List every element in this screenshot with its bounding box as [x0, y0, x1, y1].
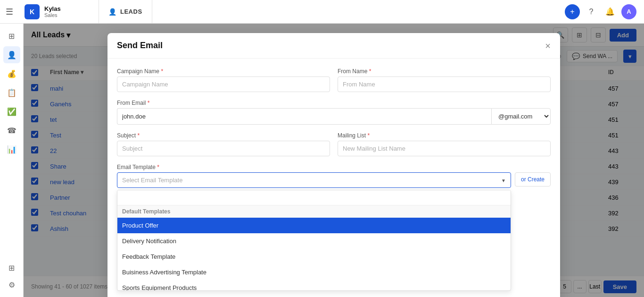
- mailing-list-input[interactable]: [338, 141, 551, 156]
- brand-section: K Kylas Sales: [19, 0, 99, 23]
- top-nav: ☰ K Kylas Sales 👤 LEADS + ? 🔔 A: [0, 0, 644, 24]
- avatar-button[interactable]: A: [621, 4, 636, 19]
- email-template-group: Email Template * Select Email Template ▼: [117, 164, 551, 291]
- template-item-feedback[interactable]: Feedback Template: [117, 249, 511, 264]
- template-item-product-offer[interactable]: Product Offer: [117, 218, 511, 233]
- sidebar-bottom: ⊞ ⚙: [3, 259, 20, 293]
- modal-header: Send Email ×: [107, 33, 560, 59]
- sidebar-item-deals[interactable]: 💰: [3, 65, 20, 82]
- campaign-name-label: Campaign Name *: [117, 68, 330, 75]
- brand-text: Kylas Sales: [44, 5, 61, 18]
- from-email-label: From Email *: [117, 100, 551, 106]
- subject-input[interactable]: [117, 141, 330, 156]
- template-select-display[interactable]: Select Email Template ▼: [117, 172, 511, 188]
- brand-sub: Sales: [44, 12, 61, 18]
- sidebar-item-leads[interactable]: 📋: [3, 84, 20, 101]
- subject-label: Subject *: [117, 132, 330, 139]
- template-item-delivery[interactable]: Delivery Notification: [117, 233, 511, 249]
- sidebar-item-reports[interactable]: 📊: [3, 141, 20, 158]
- campaign-name-group: Campaign Name *: [117, 68, 330, 92]
- or-create-button[interactable]: or Create: [515, 172, 551, 187]
- brand-name: Kylas: [44, 5, 61, 12]
- template-row: Select Email Template ▼ Default Template…: [117, 172, 551, 291]
- notifications-button[interactable]: 🔔: [603, 4, 618, 19]
- template-placeholder: Select Email Template: [122, 177, 182, 184]
- subject-group: Subject *: [117, 132, 330, 156]
- brand-logo: K: [25, 4, 40, 19]
- form-row-1: Campaign Name * From Name *: [117, 68, 551, 92]
- hamburger-button[interactable]: ☰: [0, 7, 19, 17]
- mailing-list-group: Mailing List *: [338, 132, 551, 156]
- modal-overlay: Send Email × Campaign Name *: [24, 24, 644, 297]
- email-domain-select[interactable]: @gmail.com @yahoo.com @outlook.com: [491, 108, 551, 125]
- modal-title: Send Email: [117, 41, 163, 51]
- template-section-label: Default Templates: [117, 205, 511, 218]
- template-dropdown: Default Templates Product Offer Delivery…: [117, 190, 511, 291]
- form-row-2: From Email * @gmail.com @yahoo.com @outl…: [117, 100, 551, 125]
- from-name-group: From Name *: [338, 68, 551, 92]
- modal-body: Campaign Name * From Name *: [107, 59, 560, 297]
- nav-leads-label: LEADS: [120, 8, 142, 15]
- sidebar-item-settings[interactable]: ⚙: [3, 276, 20, 293]
- sidebar-item-calls[interactable]: ☎: [3, 122, 20, 139]
- send-email-modal: Send Email × Campaign Name *: [107, 33, 560, 297]
- help-button[interactable]: ?: [584, 4, 599, 19]
- template-dropdown-scroll: Default Templates Product Offer Delivery…: [117, 205, 511, 290]
- add-nav-button[interactable]: +: [565, 4, 580, 19]
- modal-close-button[interactable]: ×: [545, 41, 551, 51]
- from-email-group: From Email * @gmail.com @yahoo.com @outl…: [117, 100, 551, 125]
- template-search-input[interactable]: [117, 190, 511, 205]
- email-local-input[interactable]: [117, 108, 491, 125]
- campaign-name-input[interactable]: [117, 76, 330, 92]
- from-name-input[interactable]: [338, 76, 551, 92]
- form-row-4: Email Template * Select Email Template ▼: [117, 164, 551, 291]
- template-item-sports[interactable]: Sports Equipment Products: [117, 280, 511, 290]
- template-select-wrap: Select Email Template ▼ Default Template…: [117, 172, 511, 291]
- nav-leads-section: 👤 LEADS: [99, 0, 152, 23]
- layout: ⊞ 👤 💰 📋 ✅ ☎ 📊 ⊞ ⚙ All Leads ▾ 🔍 ⊞ ⊟ Add: [0, 24, 644, 297]
- email-template-label: Email Template *: [117, 164, 551, 170]
- person-icon: 👤: [108, 8, 116, 16]
- mailing-list-label: Mailing List *: [338, 132, 551, 139]
- sidebar-item-apps[interactable]: ⊞: [3, 259, 20, 276]
- main-content: All Leads ▾ 🔍 ⊞ ⊟ Add 20 Leads selected …: [24, 24, 644, 297]
- form-row-3: Subject * Mailing List *: [117, 132, 551, 156]
- sidebar-item-tasks[interactable]: ✅: [3, 103, 20, 120]
- sidebar-item-dashboard[interactable]: ⊞: [3, 27, 20, 44]
- sidebar: ⊞ 👤 💰 📋 ✅ ☎ 📊 ⊞ ⚙: [0, 24, 24, 297]
- email-input-row: @gmail.com @yahoo.com @outlook.com: [117, 108, 551, 125]
- nav-actions: + ? 🔔 A: [565, 4, 644, 19]
- from-name-label: From Name *: [338, 68, 551, 75]
- sidebar-item-contacts[interactable]: 👤: [3, 46, 20, 63]
- template-arrow-icon: ▼: [501, 178, 506, 183]
- template-item-advertising[interactable]: Buisiness Advertising Template: [117, 264, 511, 280]
